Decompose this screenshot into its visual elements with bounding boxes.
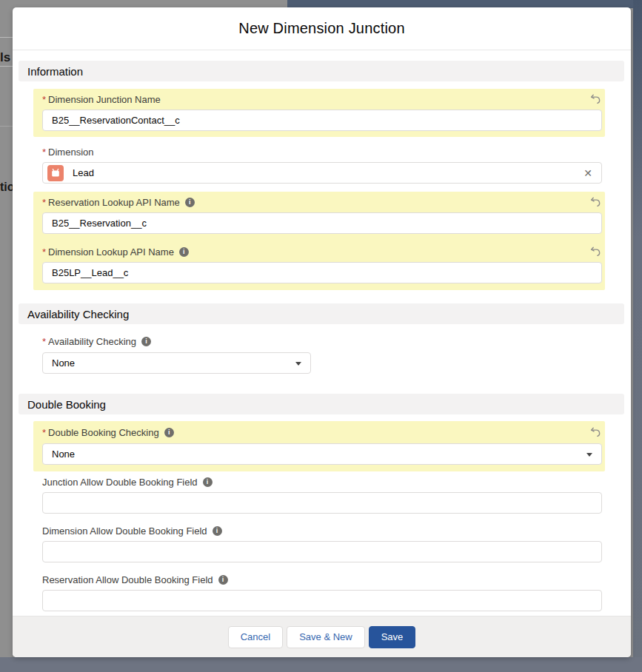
- info-icon[interactable]: i: [179, 247, 189, 257]
- required-marker: *: [42, 427, 46, 438]
- info-icon[interactable]: i: [203, 477, 213, 487]
- section-title: Double Booking: [27, 398, 106, 411]
- info-icon[interactable]: i: [213, 526, 222, 536]
- modal-footer: Cancel Save & New Save: [13, 616, 631, 657]
- modal-header: New Dimension Junction: [13, 7, 631, 50]
- background-divider: [0, 66, 13, 67]
- field-label: Dimension Lookup API Name: [48, 246, 174, 258]
- required-marker: *: [42, 94, 46, 105]
- field-label: Dimension: [48, 147, 93, 158]
- field-label: Junction Allow Double Booking Field: [42, 477, 198, 488]
- junction-allow-double-booking-input[interactable]: [42, 492, 602, 514]
- section-header-double-booking: Double Booking: [19, 394, 624, 414]
- reservation-lookup-api-name-input[interactable]: [42, 212, 602, 234]
- field-lookup-api-names: * Reservation Lookup API Name i *: [33, 192, 605, 290]
- screen: ls U tio New Dimension Junction Informat…: [0, 0, 642, 672]
- modal-body: Information * Dimension Junction Name: [13, 50, 631, 616]
- field-double-booking-checking: * Double Booking Checking i None: [33, 421, 605, 471]
- dimension-lookup-api-name-input[interactable]: [42, 262, 602, 283]
- background-divider: [0, 126, 13, 127]
- required-marker: *: [42, 246, 46, 258]
- remove-selection-icon[interactable]: ✕: [584, 168, 592, 178]
- background-bottom-strip: [0, 657, 642, 672]
- availability-checking-select[interactable]: None: [42, 352, 311, 374]
- info-icon[interactable]: i: [218, 575, 228, 585]
- background-right-strip: [633, 0, 642, 672]
- field-junction-allow-double-booking: Junction Allow Double Booking Field i: [42, 477, 602, 514]
- lead-object-icon: [47, 165, 64, 181]
- field-dimension: * Dimension Lead ✕: [42, 147, 602, 184]
- info-icon[interactable]: i: [141, 337, 151, 346]
- background-divider: [0, 37, 13, 38]
- required-marker: *: [42, 197, 46, 208]
- chevron-down-icon: [586, 453, 592, 457]
- modal-title: New Dimension Junction: [238, 20, 405, 37]
- section-title: Availability Checking: [27, 308, 129, 320]
- save-and-new-button[interactable]: Save & New: [287, 626, 365, 648]
- dimension-junction-name-input[interactable]: [42, 110, 602, 131]
- field-label: Reservation Lookup API Name: [48, 197, 180, 208]
- selected-option: None: [52, 357, 75, 369]
- field-label: Reservation Allow Double Booking Field: [42, 574, 213, 585]
- field-dimension-allow-double-booking: Dimension Allow Double Booking Field i: [42, 525, 602, 562]
- section-title: Information: [27, 65, 83, 78]
- field-reservation-allow-double-booking: Reservation Allow Double Booking Field i: [42, 574, 602, 611]
- selected-option: None: [52, 448, 75, 460]
- section-header-availability: Availability Checking: [19, 303, 624, 324]
- field-label: Double Booking Checking: [48, 427, 159, 438]
- undo-icon[interactable]: [589, 195, 602, 209]
- info-icon[interactable]: i: [164, 428, 174, 437]
- chevron-down-icon: [295, 362, 301, 366]
- undo-icon[interactable]: [589, 245, 602, 258]
- undo-icon[interactable]: [589, 93, 602, 106]
- background-text-fragment: tio: [0, 181, 13, 194]
- required-marker: *: [42, 336, 46, 347]
- field-availability-checking: * Availability Checking i None: [42, 336, 602, 374]
- background-text-fragment: ls U: [0, 50, 13, 65]
- field-dimension-junction-name: * Dimension Junction Name: [33, 89, 605, 137]
- required-marker: *: [42, 147, 46, 158]
- dimension-lookup-combobox[interactable]: Lead ✕: [42, 162, 602, 184]
- cancel-button[interactable]: Cancel: [228, 626, 283, 648]
- undo-icon[interactable]: [589, 426, 602, 439]
- section-header-information: Information: [19, 61, 624, 81]
- field-label: Availability Checking: [48, 336, 136, 347]
- info-icon[interactable]: i: [185, 198, 195, 207]
- save-button[interactable]: Save: [369, 626, 416, 648]
- selected-record-name: Lead: [73, 167, 94, 178]
- new-dimension-junction-modal: New Dimension Junction Information * Dim…: [13, 7, 631, 657]
- double-booking-checking-select[interactable]: None: [42, 443, 602, 465]
- field-label: Dimension Junction Name: [48, 94, 161, 105]
- dimension-allow-double-booking-input[interactable]: [42, 541, 602, 562]
- field-label: Dimension Allow Double Booking Field: [42, 525, 207, 537]
- reservation-allow-double-booking-input[interactable]: [42, 590, 602, 611]
